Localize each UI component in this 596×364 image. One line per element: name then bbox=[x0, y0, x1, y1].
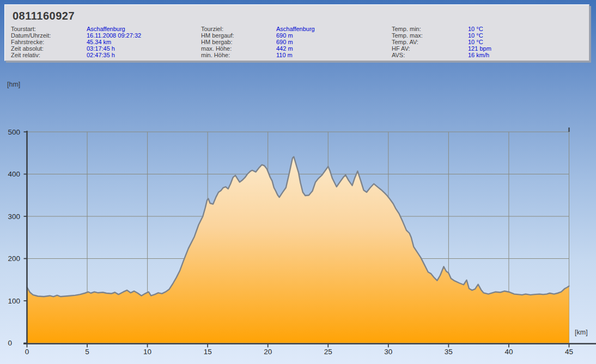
x-axis-tick-label: 20 bbox=[264, 348, 272, 356]
x-axis-tick-label: 0 bbox=[25, 348, 29, 356]
x-axis-tick-label: 30 bbox=[384, 348, 392, 356]
x-axis-tick-label: 40 bbox=[504, 348, 513, 356]
y-axis-tick-label: 100 bbox=[8, 297, 21, 305]
x-axis-tick-label: 25 bbox=[324, 348, 332, 356]
y-axis-tick-label: 400 bbox=[8, 170, 21, 178]
y-axis-tick-label: 300 bbox=[8, 213, 21, 221]
elevation-area bbox=[27, 157, 569, 343]
y-axis-tick-label: 500 bbox=[8, 128, 21, 136]
y-axis-tick-label: 200 bbox=[8, 254, 21, 263]
x-axis-tick-label: 45 bbox=[565, 348, 573, 356]
x-axis-tick-label: 10 bbox=[143, 348, 151, 356]
x-axis-tick-label: 5 bbox=[85, 348, 89, 356]
x-axis-tick-label: 35 bbox=[445, 348, 453, 356]
y-axis-tick-label: 0 bbox=[8, 339, 13, 347]
elevation-profile-chart: 0100200300400500051015202530354045 bbox=[0, 0, 596, 364]
x-axis-tick-label: 15 bbox=[204, 348, 212, 356]
page-background: 0811160927 Tourstart:AschaffenburgDatum/… bbox=[0, 0, 596, 364]
